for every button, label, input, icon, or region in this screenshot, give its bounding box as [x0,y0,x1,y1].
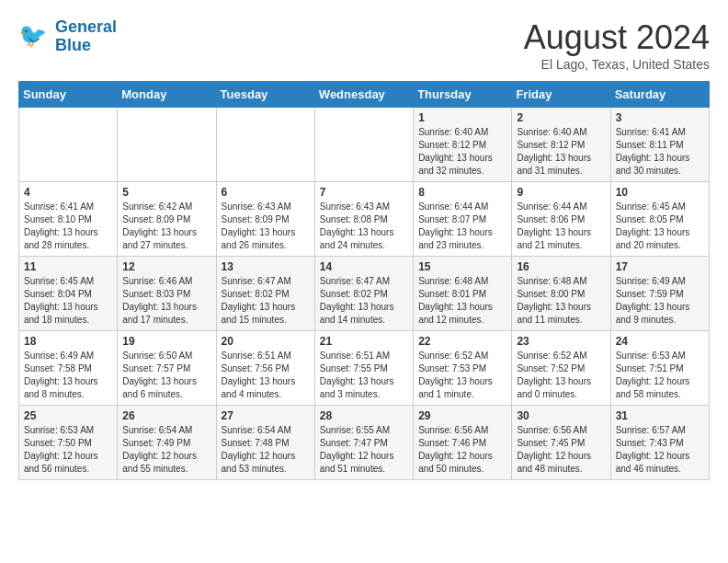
month-year: August 2024 [524,18,710,57]
calendar-cell: 15Sunrise: 6:48 AM Sunset: 8:01 PM Dayli… [414,257,512,331]
calendar-cell: 13Sunrise: 6:47 AM Sunset: 8:02 PM Dayli… [216,257,314,331]
cell-content: Sunrise: 6:54 AM Sunset: 7:48 PM Dayligh… [222,424,310,476]
calendar-cell: 17Sunrise: 6:49 AM Sunset: 7:59 PM Dayli… [610,257,709,331]
calendar-cell: 2Sunrise: 6:40 AM Sunset: 8:12 PM Daylig… [512,108,610,182]
title-area: August 2024 El Lago, Texas, United State… [524,18,710,72]
day-number: 8 [418,186,506,199]
location: El Lago, Texas, United States [524,57,710,72]
day-number: 21 [320,335,408,348]
cell-content: Sunrise: 6:53 AM Sunset: 7:51 PM Dayligh… [616,350,704,401]
calendar-cell: 9Sunrise: 6:44 AM Sunset: 8:06 PM Daylig… [512,182,610,257]
column-header-sunday: Sunday [19,82,118,108]
column-header-monday: Monday [118,82,216,108]
day-number: 25 [24,409,112,422]
calendar-cell: 11Sunrise: 6:45 AM Sunset: 8:04 PM Dayli… [19,257,118,331]
cell-content: Sunrise: 6:52 AM Sunset: 7:53 PM Dayligh… [418,350,506,401]
cell-content: Sunrise: 6:47 AM Sunset: 8:02 PM Dayligh… [222,275,310,327]
day-number: 13 [222,260,310,273]
header: 🐦 General Blue August 2024 El Lago, Texa… [18,18,710,72]
logo-icon: 🐦 [18,20,51,53]
day-number: 22 [418,335,506,348]
calendar-cell: 23Sunrise: 6:52 AM Sunset: 7:52 PM Dayli… [512,331,610,406]
day-number: 3 [616,111,704,124]
day-number: 18 [24,335,112,348]
cell-content: Sunrise: 6:46 AM Sunset: 8:03 PM Dayligh… [122,275,210,327]
calendar-cell: 27Sunrise: 6:54 AM Sunset: 7:48 PM Dayli… [216,406,314,480]
week-row-3: 18Sunrise: 6:49 AM Sunset: 7:58 PM Dayli… [19,331,710,406]
logo-text: General Blue [55,18,117,55]
cell-content: Sunrise: 6:44 AM Sunset: 8:06 PM Dayligh… [517,201,605,252]
cell-content: Sunrise: 6:44 AM Sunset: 8:07 PM Dayligh… [418,201,506,252]
calendar-cell [118,108,216,182]
cell-content: Sunrise: 6:57 AM Sunset: 7:43 PM Dayligh… [616,424,704,476]
calendar-cell: 19Sunrise: 6:50 AM Sunset: 7:57 PM Dayli… [118,331,216,406]
calendar-cell: 6Sunrise: 6:43 AM Sunset: 8:09 PM Daylig… [216,182,314,257]
calendar-cell [19,108,118,182]
day-number: 12 [122,260,210,273]
calendar-cell: 1Sunrise: 6:40 AM Sunset: 8:12 PM Daylig… [414,108,512,182]
day-number: 30 [517,409,605,422]
cell-content: Sunrise: 6:53 AM Sunset: 7:50 PM Dayligh… [24,424,112,476]
cell-content: Sunrise: 6:48 AM Sunset: 8:00 PM Dayligh… [517,275,605,327]
day-number: 9 [517,186,605,199]
calendar-cell: 25Sunrise: 6:53 AM Sunset: 7:50 PM Dayli… [19,406,118,480]
cell-content: Sunrise: 6:50 AM Sunset: 7:57 PM Dayligh… [122,350,210,401]
calendar-cell: 3Sunrise: 6:41 AM Sunset: 8:11 PM Daylig… [610,108,709,182]
cell-content: Sunrise: 6:49 AM Sunset: 7:58 PM Dayligh… [24,350,112,401]
week-row-4: 25Sunrise: 6:53 AM Sunset: 7:50 PM Dayli… [19,406,710,480]
column-header-friday: Friday [512,82,610,108]
logo-line2: Blue [55,36,91,54]
calendar-cell: 24Sunrise: 6:53 AM Sunset: 7:51 PM Dayli… [610,331,709,406]
day-number: 1 [418,111,506,124]
day-number: 23 [517,335,605,348]
week-row-2: 11Sunrise: 6:45 AM Sunset: 8:04 PM Dayli… [19,257,710,331]
svg-text:🐦: 🐦 [18,21,48,50]
calendar-cell: 14Sunrise: 6:47 AM Sunset: 8:02 PM Dayli… [314,257,413,331]
calendar-cell: 29Sunrise: 6:56 AM Sunset: 7:46 PM Dayli… [414,406,512,480]
column-header-tuesday: Tuesday [216,82,314,108]
day-number: 4 [24,186,112,199]
calendar-cell: 7Sunrise: 6:43 AM Sunset: 8:08 PM Daylig… [314,182,413,257]
calendar-cell: 5Sunrise: 6:42 AM Sunset: 8:09 PM Daylig… [118,182,216,257]
day-number: 2 [517,111,605,124]
day-number: 24 [616,335,704,348]
column-header-saturday: Saturday [610,82,709,108]
cell-content: Sunrise: 6:52 AM Sunset: 7:52 PM Dayligh… [517,350,605,401]
day-number: 28 [320,409,408,422]
day-number: 31 [616,409,704,422]
cell-content: Sunrise: 6:41 AM Sunset: 8:10 PM Dayligh… [24,201,112,252]
cell-content: Sunrise: 6:41 AM Sunset: 8:11 PM Dayligh… [616,126,704,178]
calendar-cell: 12Sunrise: 6:46 AM Sunset: 8:03 PM Dayli… [118,257,216,331]
column-header-wednesday: Wednesday [314,82,413,108]
day-number: 29 [418,409,506,422]
day-number: 20 [222,335,310,348]
calendar-cell: 26Sunrise: 6:54 AM Sunset: 7:49 PM Dayli… [118,406,216,480]
cell-content: Sunrise: 6:47 AM Sunset: 8:02 PM Dayligh… [320,275,408,327]
cell-content: Sunrise: 6:54 AM Sunset: 7:49 PM Dayligh… [122,424,210,476]
calendar-cell: 21Sunrise: 6:51 AM Sunset: 7:55 PM Dayli… [314,331,413,406]
cell-content: Sunrise: 6:42 AM Sunset: 8:09 PM Dayligh… [122,201,210,252]
day-number: 5 [122,186,210,199]
day-number: 27 [222,409,310,422]
calendar-cell: 16Sunrise: 6:48 AM Sunset: 8:00 PM Dayli… [512,257,610,331]
day-number: 11 [24,260,112,273]
cell-content: Sunrise: 6:43 AM Sunset: 8:09 PM Dayligh… [222,201,310,252]
cell-content: Sunrise: 6:40 AM Sunset: 8:12 PM Dayligh… [418,126,506,178]
calendar-cell: 28Sunrise: 6:55 AM Sunset: 7:47 PM Dayli… [314,406,413,480]
week-row-0: 1Sunrise: 6:40 AM Sunset: 8:12 PM Daylig… [19,108,710,182]
day-number: 14 [320,260,408,273]
cell-content: Sunrise: 6:51 AM Sunset: 7:56 PM Dayligh… [222,350,310,401]
cell-content: Sunrise: 6:45 AM Sunset: 8:04 PM Dayligh… [24,275,112,327]
calendar-cell: 31Sunrise: 6:57 AM Sunset: 7:43 PM Dayli… [610,406,709,480]
column-header-thursday: Thursday [414,82,512,108]
day-number: 10 [616,186,704,199]
calendar-cell: 18Sunrise: 6:49 AM Sunset: 7:58 PM Dayli… [19,331,118,406]
cell-content: Sunrise: 6:43 AM Sunset: 8:08 PM Dayligh… [320,201,408,252]
cell-content: Sunrise: 6:49 AM Sunset: 7:59 PM Dayligh… [616,275,704,327]
calendar-cell: 8Sunrise: 6:44 AM Sunset: 8:07 PM Daylig… [414,182,512,257]
calendar-cell [216,108,314,182]
day-number: 16 [517,260,605,273]
cell-content: Sunrise: 6:51 AM Sunset: 7:55 PM Dayligh… [320,350,408,401]
calendar-cell: 4Sunrise: 6:41 AM Sunset: 8:10 PM Daylig… [19,182,118,257]
calendar-cell: 30Sunrise: 6:56 AM Sunset: 7:45 PM Dayli… [512,406,610,480]
